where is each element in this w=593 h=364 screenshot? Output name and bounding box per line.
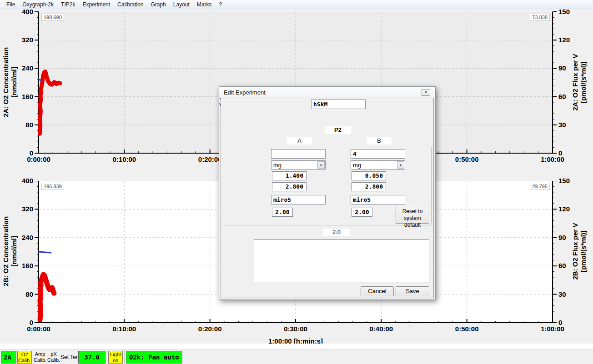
x-tick-2B: 1:00:00: [530, 325, 575, 333]
concentration-b-field[interactable]: 0.050: [352, 171, 386, 180]
volume-a-field[interactable]: 2.00: [272, 208, 293, 217]
right-tick-2A: 30: [558, 121, 566, 129]
power-o2k-value: P2: [325, 126, 351, 134]
left-tick-2B: 400: [22, 177, 33, 184]
menu-item-tip2k[interactable]: TIP2k: [57, 0, 79, 9]
left-tick-2A: 80: [25, 121, 33, 129]
amount-b-field[interactable]: 2.800: [352, 182, 386, 191]
scale-value-left-2A: 198.690: [41, 14, 64, 21]
left-tick-2B: 320: [22, 205, 33, 213]
left-tick-2A: 320: [22, 36, 33, 44]
amount-a-field[interactable]: 2.800: [272, 182, 307, 191]
reset-default-line2: system default: [396, 215, 429, 229]
left-tick-2B: 240: [22, 234, 33, 241]
right-tick-2B: 30: [558, 290, 566, 298]
sample-a-field[interactable]: [271, 149, 326, 159]
px-calib-line2: Calib.: [47, 357, 60, 363]
reset-default-button[interactable]: Reset to system default: [396, 207, 429, 224]
menu-item-layout[interactable]: Layout: [170, 0, 193, 9]
chamber-badge: 2A: [1, 351, 16, 364]
save-button[interactable]: Save: [396, 286, 429, 296]
scale-value-left-2B: 195.839: [41, 183, 64, 190]
menu-item--[interactable]: ?: [216, 0, 226, 9]
x-tick-2B: 0:10:00: [101, 325, 147, 333]
x-tick-2B: 0:50:00: [444, 325, 490, 333]
scale-value-right-2A: 73.838: [530, 14, 550, 21]
amp-calib-button[interactable]: Amp Calib.: [33, 351, 47, 364]
right-tick-2A: 120: [558, 36, 570, 44]
menu-bar: FileOxygraph-2kTIP2kExperimentCalibratio…: [0, 0, 593, 9]
dialog-titlebar[interactable]: Edit Experiment ✕: [219, 87, 435, 98]
left-tick-2B: 160: [22, 262, 33, 269]
menu-item-graph[interactable]: Graph: [147, 0, 169, 9]
px-calib-line1: pX: [47, 351, 60, 357]
chamber-b-value: B: [367, 137, 392, 145]
experimental-code-field[interactable]: [311, 100, 366, 109]
left-tick-2A: 240: [22, 64, 33, 72]
x-tick-2A: 1:00:00: [530, 155, 575, 163]
left-tick-2A: 160: [22, 93, 33, 100]
chevron-down-icon[interactable]: ▼: [397, 161, 404, 169]
light-line2: on: [109, 358, 122, 364]
medium-a-field[interactable]: [271, 195, 326, 204]
dialog-title: Edit Experiment: [224, 89, 266, 96]
recording-interval-value[interactable]: 2.0: [323, 229, 350, 236]
edit-experiment-dialog: Edit Experiment ✕ Experimental code O2k …: [219, 86, 436, 300]
menu-item-file[interactable]: File: [3, 0, 19, 9]
x-tick-2B: 0:40:00: [358, 325, 404, 333]
right-tick-2B: 60: [558, 262, 566, 269]
x-tick-2A: 0:10:00: [101, 155, 147, 163]
datlab-window: { "menu": { "items": ["File", "Oxygraph-…: [0, 0, 593, 364]
right-axis-title-2B: 2B: O2 Flux per V[pmol/(s*ml)]: [571, 183, 588, 319]
x-tick-2B: 0:20:00: [187, 325, 233, 333]
o2-calib-line2: Calib.: [18, 358, 31, 364]
right-tick-2B: 120: [558, 205, 570, 213]
light-toggle[interactable]: Light on: [108, 351, 123, 364]
x-tick-2B: 0:00:00: [16, 325, 61, 333]
o2-calib-button[interactable]: O2 Calib.: [17, 351, 32, 364]
menu-item-marks[interactable]: Marks: [193, 0, 216, 9]
concentration-a-field[interactable]: 1.400: [272, 171, 307, 180]
medium-b-field[interactable]: [351, 195, 405, 204]
x-tick-2B: 0:30:00: [273, 325, 318, 333]
reset-default-line1: Reset to: [396, 208, 429, 215]
left-axis-title-2B: 2B: O2 Concentration[nmol/ml]: [2, 183, 18, 319]
unit-a-dropdown[interactable]: mg ▼: [271, 160, 326, 170]
menu-item-calibration[interactable]: Calibration: [114, 0, 147, 9]
x-tick-2A: 0:00:00: [16, 155, 61, 163]
chevron-down-icon[interactable]: ▼: [317, 161, 325, 169]
right-tick-2A: 60: [558, 93, 566, 100]
left-axis-title-2A: 2A: O2 Concentration[nmol/ml]: [2, 14, 18, 150]
left-tick-2B: 80: [25, 290, 33, 298]
x-tick-2A: 0:50:00: [444, 155, 490, 163]
event-status: O2k: Pan auto: [126, 351, 182, 364]
unit-a-value: mg: [273, 162, 281, 169]
trace-2a-o2-flux-per-v: [39, 80, 41, 80]
status-bar: 2A O2 Calib. Amp Calib. pX Calib. Set Te…: [0, 349, 593, 364]
unit-b-value: mg: [353, 162, 361, 169]
amp-calib-line1: Amp: [33, 351, 47, 357]
light-line1: Light: [109, 352, 122, 358]
trace-2b-o2-flux-per-v: [39, 252, 51, 253]
o2-calib-line1: O2: [18, 352, 31, 358]
right-tick-2B: 150: [558, 177, 570, 184]
right-tick-2A: 90: [558, 64, 566, 72]
unit-b-dropdown[interactable]: mg ▼: [351, 160, 405, 170]
right-tick-2B: 90: [558, 234, 566, 241]
menu-item-oxygraph-2k[interactable]: Oxygraph-2k: [19, 0, 57, 9]
chamber-a-value: A: [287, 137, 312, 145]
right-axis-title-2A: 2A: O2 Flux per V[pmol/(s*ml)]: [571, 14, 588, 150]
close-icon[interactable]: ✕: [422, 89, 430, 96]
status-separator: [124, 350, 125, 364]
amp-calib-line2: Calib.: [33, 357, 47, 363]
menu-item-experiment[interactable]: Experiment: [79, 0, 114, 9]
bottom-strip: [0, 344, 593, 349]
volume-b-field[interactable]: 2.00: [352, 208, 372, 217]
scale-value-right-2B: 29.795: [530, 183, 550, 190]
sample-b-field[interactable]: [351, 149, 405, 159]
px-calib-button[interactable]: pX Calib.: [47, 351, 60, 364]
set-temp-value[interactable]: 37.0: [78, 351, 106, 364]
cancel-button[interactable]: Cancel: [361, 286, 394, 296]
comments-textarea[interactable]: [254, 239, 429, 283]
